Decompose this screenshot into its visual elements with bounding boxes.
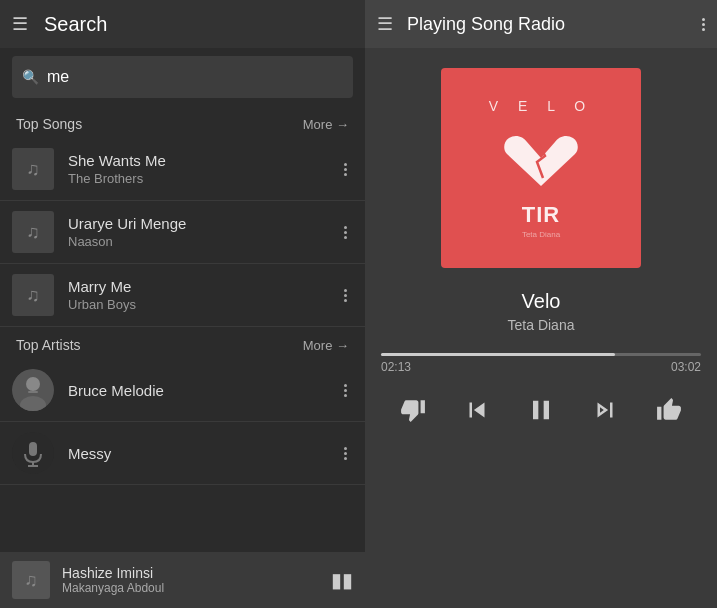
right-panel-title: Playing Song Radio bbox=[407, 14, 702, 35]
svg-rect-5 bbox=[29, 442, 37, 456]
broken-heart-icon bbox=[501, 124, 581, 194]
search-bar[interactable]: 🔍 bbox=[12, 56, 353, 98]
right-panel: ☰ Playing Song Radio V E L O TIR Teta Di… bbox=[365, 0, 717, 608]
song-thumb-3: ♫ bbox=[12, 274, 54, 316]
song-more-2[interactable] bbox=[338, 222, 353, 243]
song-name-3: Marry Me bbox=[68, 278, 338, 295]
song-info-1: She Wants Me The Brothers bbox=[68, 152, 338, 186]
song-info-2: Urarye Uri Menge Naason bbox=[68, 215, 338, 249]
song-artist-1: The Brothers bbox=[68, 171, 338, 186]
right-more-button[interactable] bbox=[702, 18, 705, 31]
song-name-2: Urarye Uri Menge bbox=[68, 215, 338, 232]
artist-item-2[interactable]: Messy bbox=[0, 422, 365, 485]
tir-label: TIR bbox=[522, 202, 560, 228]
search-icon: 🔍 bbox=[22, 69, 39, 85]
mini-song-name: Hashize Iminsi bbox=[62, 565, 331, 581]
right-header: ☰ Playing Song Radio bbox=[365, 0, 717, 48]
thumbs-down-button[interactable] bbox=[391, 388, 435, 432]
player-controls bbox=[365, 378, 717, 452]
album-velo-text: V E L O bbox=[489, 98, 594, 114]
search-page-title: Search bbox=[44, 13, 107, 36]
music-note-icon-2: ♫ bbox=[26, 222, 40, 243]
top-artists-label: Top Artists bbox=[16, 337, 81, 353]
mini-info: Hashize Iminsi Makanyaga Abdoul bbox=[62, 565, 331, 595]
svg-point-1 bbox=[26, 377, 40, 391]
pause-button[interactable] bbox=[519, 388, 563, 432]
next-button[interactable] bbox=[583, 388, 627, 432]
song-info-3: Marry Me Urban Boys bbox=[68, 278, 338, 312]
now-playing-info: Velo Teta Diana bbox=[365, 278, 717, 337]
mini-player[interactable]: ♫ Hashize Iminsi Makanyaga Abdoul ▮▮ bbox=[0, 552, 365, 608]
mini-pause-button[interactable]: ▮▮ bbox=[331, 568, 353, 592]
mini-thumb: ♫ bbox=[12, 561, 50, 599]
progress-fill bbox=[381, 353, 615, 356]
progress-area[interactable]: 02:13 03:02 bbox=[365, 337, 717, 378]
bruce-avatar bbox=[12, 369, 54, 411]
album-art: V E L O TIR Teta Diana bbox=[441, 68, 641, 268]
progress-bar[interactable] bbox=[381, 353, 701, 356]
left-panel: ☰ Search 🔍 Top Songs More → ♫ She Wants … bbox=[0, 0, 365, 608]
artist-info-2: Messy bbox=[68, 445, 338, 462]
song-thumb-1: ♫ bbox=[12, 148, 54, 190]
mini-music-note-icon: ♫ bbox=[24, 570, 38, 591]
tir-sub-label: Teta Diana bbox=[522, 230, 560, 239]
song-thumb-2: ♫ bbox=[12, 211, 54, 253]
song-name-1: She Wants Me bbox=[68, 152, 338, 169]
current-time: 02:13 bbox=[381, 360, 411, 374]
song-more-1[interactable] bbox=[338, 159, 353, 180]
progress-times: 02:13 03:02 bbox=[381, 360, 701, 374]
song-artist-2: Naason bbox=[68, 234, 338, 249]
music-note-icon-3: ♫ bbox=[26, 285, 40, 306]
top-songs-more[interactable]: More → bbox=[303, 117, 349, 132]
song-more-3[interactable] bbox=[338, 285, 353, 306]
total-time: 03:02 bbox=[671, 360, 701, 374]
artist-info-1: Bruce Melodie bbox=[68, 382, 338, 399]
song-item-3[interactable]: ♫ Marry Me Urban Boys bbox=[0, 264, 365, 327]
top-songs-label: Top Songs bbox=[16, 116, 82, 132]
previous-button[interactable] bbox=[455, 388, 499, 432]
top-songs-header: Top Songs More → bbox=[0, 106, 365, 138]
artist-item-1[interactable]: Bruce Melodie bbox=[0, 359, 365, 422]
song-artist-3: Urban Boys bbox=[68, 297, 338, 312]
search-results-list: Top Songs More → ♫ She Wants Me The Brot… bbox=[0, 106, 365, 552]
hamburger-icon[interactable]: ☰ bbox=[12, 13, 28, 35]
messy-avatar bbox=[12, 432, 54, 474]
mini-song-artist: Makanyaga Abdoul bbox=[62, 581, 331, 595]
now-artist-name: Teta Diana bbox=[385, 317, 697, 333]
artist-more-2[interactable] bbox=[338, 443, 353, 464]
song-item-2[interactable]: ♫ Urarye Uri Menge Naason bbox=[0, 201, 365, 264]
search-input[interactable] bbox=[47, 68, 343, 86]
artist-more-1[interactable] bbox=[338, 380, 353, 401]
top-artists-more[interactable]: More → bbox=[303, 338, 349, 353]
music-note-icon-1: ♫ bbox=[26, 159, 40, 180]
top-artists-header: Top Artists More → bbox=[0, 327, 365, 359]
playlist-icon: ☰ bbox=[377, 13, 393, 35]
song-item-1[interactable]: ♫ She Wants Me The Brothers bbox=[0, 138, 365, 201]
left-header: ☰ Search bbox=[0, 0, 365, 48]
album-art-container: V E L O TIR Teta Diana bbox=[365, 48, 717, 278]
svg-rect-3 bbox=[28, 391, 38, 393]
artist-name-2: Messy bbox=[68, 445, 338, 462]
thumbs-up-button[interactable] bbox=[647, 388, 691, 432]
now-song-name: Velo bbox=[385, 290, 697, 313]
artist-name-1: Bruce Melodie bbox=[68, 382, 338, 399]
